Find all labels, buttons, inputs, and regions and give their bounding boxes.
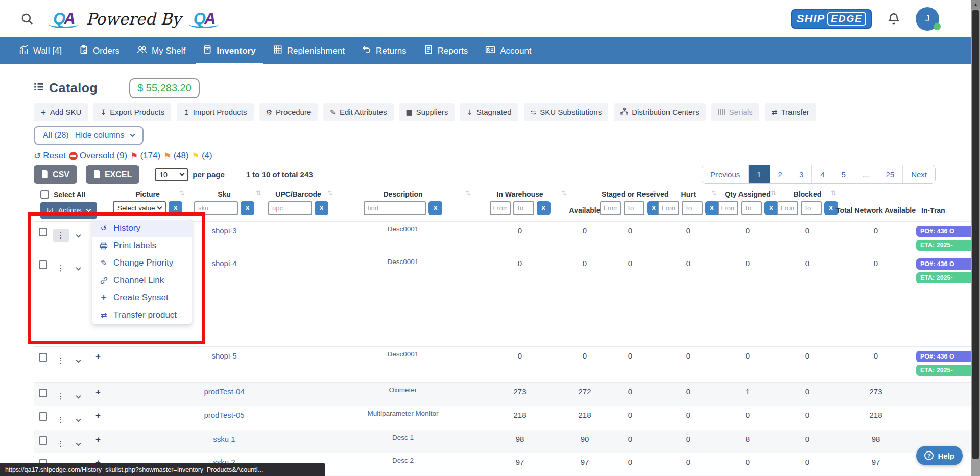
sort-icon[interactable]: ⇅	[561, 189, 567, 197]
nav-item-wall[interactable]: Wall [4]	[12, 37, 69, 64]
staged-from-input[interactable]	[600, 201, 621, 215]
nav-item-returns[interactable]: Returns	[355, 37, 414, 64]
pagination-page-25[interactable]: 25	[877, 165, 903, 183]
row-expand-chevron-icon[interactable]	[76, 394, 81, 399]
row-kebab-menu-button[interactable]: ⋮	[53, 390, 69, 402]
sort-icon[interactable]: ⇅	[179, 189, 185, 197]
pagination-page-4[interactable]: 4	[812, 165, 833, 183]
select-all-checkbox[interactable]	[40, 190, 49, 199]
clear-hurt-filter-button[interactable]: X	[705, 201, 719, 215]
row-checkbox[interactable]	[39, 228, 47, 236]
edit-attributes-button[interactable]: ✎Edit Attributes	[323, 103, 393, 121]
po-badge[interactable]: PO#: 436 O	[916, 258, 980, 270]
row-kebab-menu-button[interactable]: ⋮	[53, 354, 69, 367]
row-expand-chevron-icon[interactable]	[76, 358, 81, 363]
row-add-icon[interactable]: +	[95, 387, 101, 397]
qty-assigned-to-input[interactable]	[741, 201, 762, 215]
orange-flag-filter-link[interactable]: ⚑(48)	[163, 151, 188, 161]
menu-item-change-priority[interactable]: ✎Change Priority	[92, 254, 192, 272]
row-checkbox[interactable]	[39, 260, 47, 269]
sort-icon[interactable]: ⇅	[256, 189, 261, 197]
clear-in-warehouse-filter-button[interactable]: X	[537, 201, 551, 215]
pagination-next[interactable]: Next	[903, 165, 935, 183]
pagination-page-1[interactable]: 1	[749, 165, 770, 183]
reset-filters-link[interactable]: ↺Reset	[34, 151, 66, 161]
stagnated-button[interactable]: ↓Stagnated	[460, 103, 518, 121]
row-kebab-menu-button[interactable]: ⋮	[53, 414, 69, 426]
picture-filter-select[interactable]: Select value	[113, 201, 166, 215]
sort-icon[interactable]: ⇅	[652, 189, 658, 197]
export-products-button[interactable]: ↧Export Products	[93, 103, 171, 121]
row-expand-chevron-icon[interactable]	[76, 417, 81, 422]
menu-item-create-synset[interactable]: +Create Synset	[92, 289, 192, 306]
nav-item-account[interactable]: Account	[478, 37, 538, 64]
yellow-flag-filter-link[interactable]: ⚑(4)	[192, 151, 212, 161]
nav-item-reports[interactable]: Reports	[417, 37, 475, 64]
pagination-page-2[interactable]: 2	[770, 165, 791, 183]
page-size-select[interactable]: 10	[155, 168, 188, 181]
distribution-centers-button[interactable]: Distribution Centers	[614, 103, 706, 121]
actions-dropdown-button[interactable]: ☑ Actions	[40, 202, 97, 219]
serials-button[interactable]: Serials	[711, 103, 759, 121]
clear-qty-assigned-filter-button[interactable]: X	[764, 201, 778, 215]
row-kebab-menu-button[interactable]: ⋮	[53, 262, 69, 274]
sku-filter-input[interactable]	[194, 201, 238, 215]
in-warehouse-to-input[interactable]	[513, 201, 534, 215]
description-filter-input[interactable]	[364, 201, 426, 215]
po-badge[interactable]: PO#: 436 O	[916, 351, 980, 362]
nav-item-my-shelf[interactable]: My Shelf	[130, 37, 193, 64]
row-add-icon[interactable]: +	[95, 411, 101, 420]
add-sku-button[interactable]: +Add SKU	[34, 103, 88, 121]
oversold-filter-link[interactable]: Oversold (9)	[69, 151, 128, 161]
nav-item-inventory[interactable]: Inventory	[196, 37, 263, 64]
help-button[interactable]: ? Help	[916, 446, 963, 465]
row-checkbox[interactable]	[39, 353, 47, 362]
red-flag-filter-link[interactable]: ⚑(174)	[130, 151, 160, 161]
in-warehouse-from-input[interactable]	[490, 201, 511, 215]
sort-icon[interactable]: ⇅	[465, 189, 471, 197]
row-checkbox[interactable]	[39, 436, 47, 445]
csv-export-button[interactable]: CSV	[34, 165, 77, 184]
row-expand-chevron-icon[interactable]	[76, 441, 81, 446]
row-checkbox[interactable]	[39, 389, 47, 397]
import-products-button[interactable]: ↥Import Products	[177, 103, 254, 121]
scrollbar-thumb[interactable]	[972, 10, 979, 459]
menu-item-print-labels[interactable]: Print labels	[92, 237, 192, 254]
clear-picture-filter-button[interactable]: X	[169, 201, 182, 215]
po-badge[interactable]: PO#: 436 O	[916, 226, 980, 237]
upc-filter-input[interactable]	[268, 201, 312, 215]
suppliers-button[interactable]: ▦Suppliers	[399, 103, 455, 121]
sort-icon[interactable]: ⇅	[771, 189, 776, 197]
excel-export-button[interactable]: EXCEL	[86, 165, 139, 184]
row-checkbox[interactable]	[39, 412, 47, 421]
row-expand-chevron-icon[interactable]	[76, 266, 81, 271]
transfer-button[interactable]: ⇄Transfer	[765, 103, 816, 121]
row-add-icon[interactable]: +	[95, 351, 101, 361]
scroll-up-arrow[interactable]: ▲	[971, 0, 980, 9]
row-add-icon[interactable]: +	[95, 435, 101, 444]
menu-item-channel-link[interactable]: Channel Link	[92, 272, 192, 289]
blocked-from-input[interactable]	[777, 201, 798, 215]
staged-to-input[interactable]	[624, 201, 644, 215]
menu-item-history[interactable]: ↺History	[92, 220, 192, 237]
clear-description-filter-button[interactable]: X	[428, 201, 442, 215]
sort-icon[interactable]: ⇅	[327, 189, 333, 197]
sort-icon[interactable]: ⇅	[831, 189, 836, 197]
clear-sku-filter-button[interactable]: X	[241, 201, 254, 215]
vertical-scrollbar[interactable]: ▲	[971, 0, 980, 476]
notifications-bell-icon[interactable]	[887, 12, 900, 26]
pagination-page-3[interactable]: 3	[791, 165, 812, 183]
pagination-ellipsis[interactable]: ...	[854, 165, 878, 183]
row-kebab-menu-button[interactable]: ⋮	[53, 438, 69, 450]
nav-item-orders[interactable]: Orders	[72, 37, 127, 64]
clear-upc-filter-button[interactable]: X	[315, 201, 328, 215]
blocked-to-input[interactable]	[801, 201, 822, 215]
sort-icon[interactable]: ⇅	[711, 189, 717, 197]
hurt-to-input[interactable]	[682, 201, 703, 215]
search-icon[interactable]	[20, 12, 34, 26]
procedure-button[interactable]: ⚙Procedure	[259, 103, 318, 121]
qty-assigned-from-input[interactable]	[718, 201, 738, 215]
hurt-from-input[interactable]	[658, 201, 679, 215]
row-kebab-menu-button[interactable]: ⋮	[53, 229, 69, 242]
nav-item-replenishment[interactable]: Replenishment	[266, 37, 352, 64]
